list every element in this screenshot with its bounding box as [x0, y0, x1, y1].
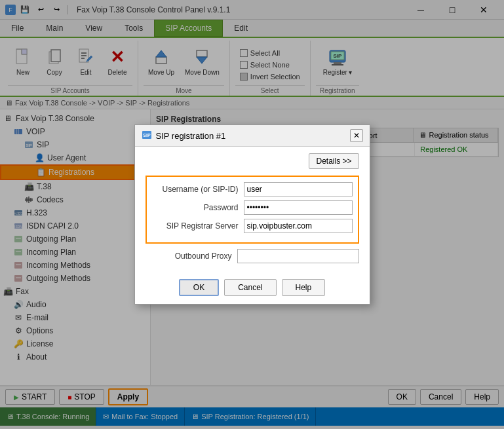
password-label: Password [152, 203, 244, 212]
modal-details-row: Details >> [145, 153, 359, 169]
modal-help-button[interactable]: Help [282, 279, 326, 296]
username-input[interactable] [244, 182, 353, 196]
modal-fields: Username (or SIP-ID) Password SIP Regist… [145, 176, 359, 244]
modal-title-icon: SIP [142, 130, 152, 142]
outbound-proxy-input[interactable] [237, 249, 359, 263]
modal-cancel-button[interactable]: Cancel [224, 279, 276, 296]
outbound-proxy-label: Outbound Proxy [145, 252, 237, 261]
modal-close-btn[interactable]: ✕ [350, 129, 363, 142]
username-row: Username (or SIP-ID) [152, 182, 353, 196]
modal-title-left: SIP SIP registration #1 [142, 130, 226, 142]
modal-footer: OK Cancel Help [135, 274, 370, 304]
sip-server-row: SIP Registrar Server [152, 219, 353, 233]
username-label: Username (or SIP-ID) [152, 185, 244, 194]
sip-server-input[interactable] [244, 219, 353, 233]
outbound-proxy-row: Outbound Proxy [145, 249, 359, 263]
modal-body: Details >> Username (or SIP-ID) Password… [135, 147, 370, 274]
svg-text:SIP: SIP [143, 133, 151, 138]
modal-title-bar: SIP SIP registration #1 ✕ [135, 125, 370, 147]
modal-ok-button[interactable]: OK [179, 279, 219, 296]
modal-title-text: SIP registration #1 [156, 131, 226, 141]
sip-server-label: SIP Registrar Server [152, 221, 244, 231]
details-button[interactable]: Details >> [309, 153, 359, 169]
modal-overlay: SIP SIP registration #1 ✕ Details >> Use… [0, 0, 504, 429]
sip-registration-modal: SIP SIP registration #1 ✕ Details >> Use… [134, 124, 370, 305]
password-row: Password [152, 200, 353, 215]
password-input[interactable] [244, 200, 353, 215]
